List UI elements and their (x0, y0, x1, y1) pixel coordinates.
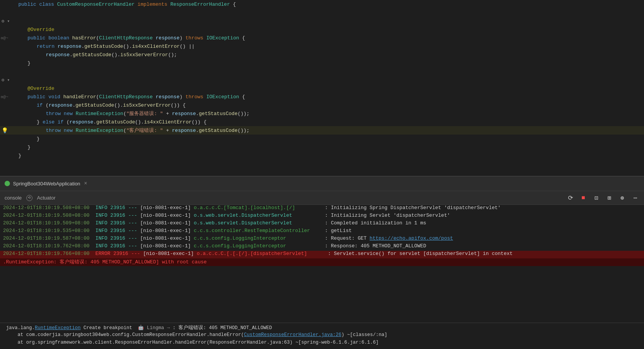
token-kw: if (58, 119, 64, 125)
log-line: 2024-12-01T18:10:19.509+08:00 INFO 23916… (0, 220, 644, 228)
code-line: ⊕@~public void handleError(ClientHttpRes… (0, 93, 644, 101)
token-plain (153, 94, 156, 100)
token-class-name: ResponseErrorHandler (170, 2, 230, 7)
log-thread: [nio-8081-exec-1] (140, 235, 194, 241)
token-method: getStatusCode (199, 111, 238, 117)
token-ann: @Override (28, 27, 54, 32)
token-plain: (). (135, 119, 144, 125)
stack-trace-line: java.lang.RuntimeException Create breakp… (3, 325, 641, 332)
token-kw: public (28, 35, 45, 41)
create-breakpoint-label: Create breakpoint (81, 325, 138, 331)
close-tab-button[interactable]: × (84, 180, 87, 187)
token-param: response (70, 119, 93, 125)
log-timestamp: 2024-12-01T18:10:19.508+08:00 (3, 205, 95, 211)
run-status-icon (5, 181, 10, 186)
log-message: : Initializing Servlet 'dispatcherServle… (325, 213, 450, 218)
token-throws-kw: throws (186, 94, 204, 100)
restart-button[interactable]: ⟳ (566, 194, 574, 202)
stop-button[interactable]: ■ (579, 194, 587, 202)
token-kw: public (18, 2, 36, 7)
gutter-settings-icon[interactable]: ⚙ ▾ (2, 18, 10, 24)
log-timestamp: 2024-12-01T18:10:19.509+08:00 (3, 220, 95, 226)
token-plain: } (28, 60, 31, 66)
token-method: getStatusCode (75, 102, 114, 108)
token-plain: { (239, 94, 245, 100)
log-link[interactable]: https://echo.apifox.com/post (370, 235, 453, 241)
token-plain: (). (114, 102, 123, 108)
code-line: } (0, 151, 644, 160)
token-plain: . (196, 111, 199, 117)
log-timestamp: 2024-12-01T18:10:19.535+08:00 (3, 228, 95, 234)
log-timestamp: 2024-12-01T18:10:19.762+08:00 (3, 243, 95, 249)
log-logger: c.c.s.config.LoggingInterceptor (194, 235, 325, 241)
token-plain: { (230, 2, 236, 7)
token-plain: { (239, 35, 245, 41)
token-plain: () || (180, 44, 195, 49)
token-plain (203, 94, 206, 100)
token-plain (55, 119, 58, 125)
log-continuation: .RuntimeException: 客户端错误: 405 METHOD_NOT… (3, 258, 207, 265)
more-button[interactable]: ⋯ (631, 194, 639, 202)
search-button[interactable]: ⊛ (618, 194, 626, 202)
token-plain: . (70, 52, 73, 58)
log-message: : Request: GET (325, 235, 370, 241)
token-method: getStatusCode (199, 128, 238, 133)
token-plain: ()) { (192, 119, 207, 125)
code-line: } else if (response.getStatusCode().is4x… (0, 118, 644, 126)
stack-prefix: java.lang. (6, 325, 35, 331)
code-line: public class CustomResponseErrorHandler … (0, 0, 644, 8)
stack-suffix: ) ~[classes/:na] (341, 332, 387, 338)
token-plain: } (37, 119, 43, 125)
token-plain (61, 111, 64, 117)
log-level: ERROR 23916 --- (95, 251, 143, 256)
code-line: ⚙ ▾ (0, 76, 644, 84)
token-plain (69, 35, 72, 41)
console-tab[interactable]: console (5, 195, 22, 201)
actuator-tab[interactable]: Actuator (37, 195, 55, 201)
lingma-label: 🤖 Lingma → (138, 325, 173, 331)
token-plain (167, 2, 170, 7)
token-plain: ( (63, 119, 70, 125)
run-tab[interactable]: SpringBoot304WebApplication (13, 181, 80, 187)
token-implements-kw: implements (138, 2, 167, 7)
breakpoint-icon: ⊕@~ (1, 36, 8, 41)
token-ann: @Override (28, 86, 54, 91)
quickfix-bulb-icon[interactable]: 💡 (2, 127, 8, 134)
token-kw: new (64, 111, 73, 117)
console-toolbar: console ⟲ Actuator ⟳ ■ ⊡ ⊞ ⊛ ⋯ (0, 191, 644, 205)
token-plain: } (28, 144, 31, 150)
token-plain (203, 35, 206, 41)
log-logger: o.a.c.c.C.[.[.[/].[dispatcherServlet] (197, 251, 328, 256)
code-line: return response.getStatusCode().is4xxCli… (0, 42, 644, 50)
log-thread: [nio-8081-exec-1] (143, 251, 197, 256)
gutter-settings-icon[interactable]: ⚙ ▾ (2, 77, 10, 83)
code-line: 💡throw new RuntimeException("客户端错误: " + … (0, 126, 644, 135)
token-method: is4xxClientError (144, 119, 192, 125)
log-logger: c.c.s.config.LoggingInterceptor (194, 243, 325, 249)
log-level: INFO 23916 --- (95, 235, 140, 241)
log-logger: o.s.web.servlet.DispatcherServlet (194, 213, 325, 218)
log-logger: o.s.web.servlet.DispatcherServlet (194, 220, 325, 226)
log-line: 2024-12-01T18:10:19.508+08:00 INFO 23916… (0, 213, 644, 220)
log-message: : Completed initialization in 1 ms (325, 220, 426, 226)
token-plain: (); (168, 52, 177, 58)
stack-file-link[interactable]: CustomResponseErrorHandler.java:26 (244, 332, 341, 338)
token-plain (55, 44, 58, 49)
token-plain (134, 2, 138, 7)
token-param: response (49, 102, 72, 108)
log-timestamp: 2024-12-01T18:10:19.508+08:00 (3, 213, 95, 218)
exception-link[interactable]: RuntimeException (35, 325, 81, 331)
stack-trace-line: at com.coderjia.springboot304web.config.… (3, 332, 641, 340)
log-message: : getList (325, 228, 352, 234)
token-plain: ( (96, 94, 99, 100)
stack-trace-area: java.lang.RuntimeException Create breakp… (0, 323, 644, 349)
token-plain: . (73, 102, 76, 108)
open-button[interactable]: ⊞ (605, 194, 613, 202)
token-method: getStatusCode (73, 52, 111, 58)
code-line: @Override (0, 25, 644, 34)
screenshot-button[interactable]: ⊡ (592, 194, 600, 202)
token-plain (54, 2, 57, 7)
token-kw: throw (46, 111, 61, 117)
code-line: } (0, 143, 644, 151)
code-line: } (0, 59, 644, 67)
